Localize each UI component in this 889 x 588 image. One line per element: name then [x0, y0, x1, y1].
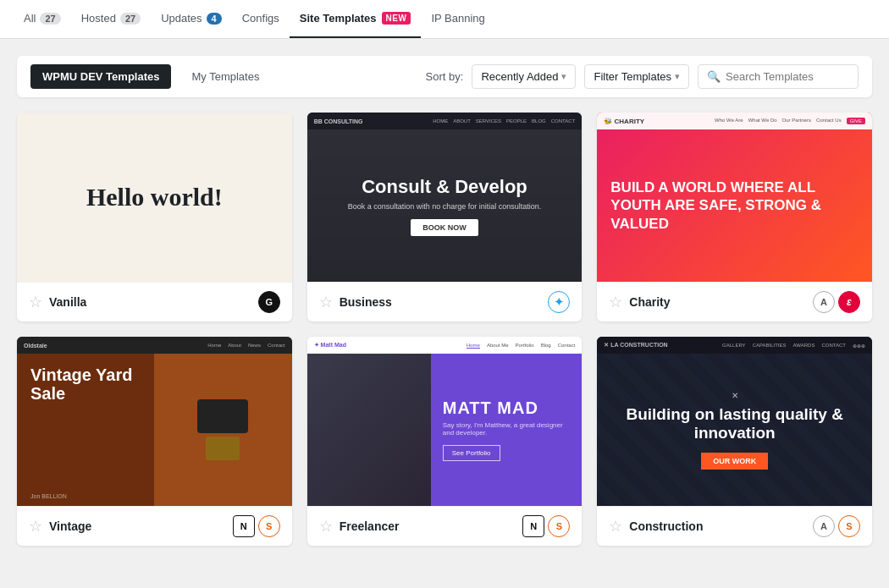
filter-chevron-icon: ▾	[675, 71, 680, 82]
template-preview-construction: ✕ LA CONSTRUCTION GALLERY CAPABILITIES A…	[597, 337, 872, 506]
business-preview-btn: BOOK NOW	[411, 219, 478, 236]
all-count-badge: 27	[40, 13, 60, 25]
nav-item-configs[interactable]: Configs	[232, 0, 290, 38]
construction-star-icon[interactable]: ☆	[609, 517, 622, 536]
search-box[interactable]: 🔍	[698, 64, 859, 89]
wpmu-templates-tab[interactable]: WPMU DEV Templates	[30, 64, 171, 89]
freelancer-star-icon[interactable]: ☆	[319, 517, 333, 536]
template-card-business[interactable]: BB CONSULTING HOME ABOUT SERVICES PEOPLE…	[307, 113, 583, 321]
template-card-vanilla[interactable]: Hello world! ☆ Vanilla G	[17, 113, 292, 321]
charity-preview-text: BUILD A WORLD WHERE ALL YOUTH ARE SAFE, …	[610, 179, 859, 233]
vintage-plugin-icons: N S	[233, 515, 280, 537]
sort-label: Sort by:	[426, 70, 464, 83]
hosted-count-badge: 27	[120, 13, 141, 25]
charity-template-name: Charity	[629, 295, 806, 309]
stackable2-icon: S	[548, 515, 570, 537]
business-headline: Consult & Develop	[362, 176, 527, 198]
updates-count-badge: 4	[207, 13, 222, 25]
vintage-preview-text: Vintage Yard Sale	[30, 365, 141, 403]
template-footer: ☆ Construction A S	[597, 506, 872, 546]
construction-template-name: Construction	[629, 519, 806, 533]
template-footer: ☆ Business ✦	[307, 282, 583, 321]
charity-star-icon[interactable]: ☆	[609, 293, 622, 311]
vintage-template-name: Vintage	[49, 519, 226, 533]
sort-dropdown[interactable]: Recently Added ▾	[472, 64, 576, 89]
gutenberg-icon: G	[258, 291, 280, 313]
filter-label: Filter Templates	[594, 70, 671, 83]
charity-plugin-icons: A ε	[813, 291, 860, 313]
template-footer: ☆ Vintage N S	[17, 506, 292, 546]
template-card-construction[interactable]: ✕ LA CONSTRUCTION GALLERY CAPABILITIES A…	[597, 337, 872, 546]
template-preview-charity: 🐝 CHARITY Who We Are What We Do Our Part…	[597, 113, 872, 282]
template-preview-vintage: Oldstale Home About News Contact Vintage…	[17, 337, 292, 506]
template-preview-vanilla: Hello world!	[17, 113, 292, 282]
construction-preview-btn: OUR WORK	[701, 453, 768, 470]
vanilla-template-name: Vanilla	[49, 295, 251, 309]
business-sub: Book a consultation with no charge for i…	[348, 202, 542, 211]
template-footer: ☆ Freelancer N S	[307, 506, 583, 546]
business-plugin-icons: ✦	[548, 291, 570, 313]
vanilla-plugin-icons: G	[258, 291, 280, 313]
filter-button[interactable]: Filter Templates ▾	[584, 64, 689, 89]
freelancer-plugin-icons: N S	[522, 515, 570, 537]
vanilla-preview-text: Hello world!	[86, 183, 223, 212]
hummingbird-icon: ✦	[548, 291, 570, 313]
gutenberg-n-icon: N	[233, 515, 255, 537]
sort-chevron-icon: ▾	[561, 71, 566, 82]
freelancer-sub: Say story, I'm Matthew, a great designer…	[443, 421, 571, 437]
gutenberg-n2-icon: N	[522, 515, 544, 537]
construction-headline: Building on lasting quality & innovation	[617, 405, 852, 442]
new-badge: NEW	[382, 12, 411, 25]
construction-plugin-icons: A S	[813, 515, 860, 537]
my-templates-tab[interactable]: My Templates	[179, 64, 271, 89]
vanilla-star-icon[interactable]: ☆	[29, 293, 42, 311]
freelancer-template-name: Freelancer	[340, 519, 516, 533]
avada-icon: A	[813, 291, 835, 313]
toolbar: WPMU DEV Templates My Templates Sort by:…	[17, 56, 872, 97]
nav-item-updates[interactable]: Updates 4	[151, 0, 232, 38]
avada2-icon: A	[813, 515, 835, 537]
template-card-charity[interactable]: 🐝 CHARITY Who We Are What We Do Our Part…	[597, 113, 872, 321]
nav-item-ip-banning[interactable]: IP Banning	[421, 0, 494, 38]
business-star-icon[interactable]: ☆	[319, 293, 333, 311]
vintage-star-icon[interactable]: ☆	[29, 517, 42, 536]
nav-item-hosted[interactable]: Hosted 27	[71, 0, 151, 38]
freelancer-preview-btn: See Portfolio	[443, 445, 500, 461]
elementor-icon: ε	[838, 291, 860, 313]
main-content: WPMU DEV Templates My Templates Sort by:…	[0, 39, 889, 588]
business-template-name: Business	[340, 295, 542, 309]
search-icon: 🔍	[707, 70, 721, 83]
stackable3-icon: S	[838, 515, 860, 537]
template-preview-freelancer: ✦ Matt Mad Home About Me Portfolio Blog …	[307, 337, 583, 506]
templates-grid: Hello world! ☆ Vanilla G BB CONSULTING H…	[17, 113, 872, 546]
nav-item-site-templates[interactable]: Site Templates NEW	[290, 0, 422, 38]
sort-value: Recently Added	[481, 70, 558, 83]
nav-item-all[interactable]: All 27	[14, 0, 71, 38]
template-preview-business: BB CONSULTING HOME ABOUT SERVICES PEOPLE…	[307, 113, 583, 282]
template-footer: ☆ Charity A ε	[597, 282, 872, 321]
freelancer-headline: MATT MAD	[443, 398, 571, 418]
search-input[interactable]	[726, 70, 848, 83]
top-nav: All 27 Hosted 27 Updates 4 Configs Site …	[0, 0, 889, 39]
template-card-freelancer[interactable]: ✦ Matt Mad Home About Me Portfolio Blog …	[307, 337, 583, 546]
template-footer: ☆ Vanilla G	[17, 282, 292, 321]
template-card-vintage[interactable]: Oldstale Home About News Contact Vintage…	[17, 337, 292, 546]
stackable-icon: S	[258, 515, 280, 537]
